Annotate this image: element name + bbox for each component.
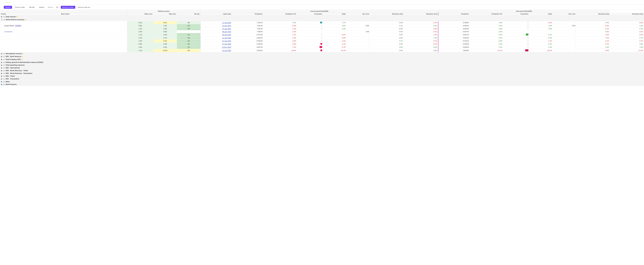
date-link[interactable]: 07 Jan 2025 xyxy=(222,43,231,45)
hit-rate: 1/1 xyxy=(177,33,200,37)
prediction-yoy-current: -2.1% xyxy=(263,33,297,37)
prediction-current: 7 261 M xyxy=(232,21,264,24)
revisions-1w-current: 0.0% xyxy=(370,37,404,40)
prediction-next: 6 649 M xyxy=(438,46,470,49)
prediction-next: 6 907 M xyxy=(438,33,470,37)
prediction-next: 4 803 M xyxy=(438,49,470,52)
revisions-1w-current: 0.1% xyxy=(370,40,404,43)
col-max-error: Max error xyxy=(153,13,177,15)
col-revisions-1w-current: Revisions (1w) xyxy=(370,13,404,15)
est-error-next: - xyxy=(553,40,576,43)
conviction-next xyxy=(503,37,529,40)
section-sss-na-ticket[interactable]: ▶ ◎ SSS - North Americas - Ticket xyxy=(0,69,644,72)
prediction-next: 6 626 M xyxy=(438,27,470,30)
nav-kpi-analyzer[interactable]: ▾ xyxy=(5,2,6,3)
section-toggle-icon[interactable]: ▶ xyxy=(1,75,2,77)
est-error-next: - xyxy=(553,49,576,52)
max-error: 5.0% xyxy=(153,30,177,33)
col-group-model-accuracy: Model accuracy xyxy=(127,10,200,13)
section-sss-north-america[interactable]: ▶ ◎ SSS - North America ★ xyxy=(0,55,644,58)
date-link[interactable]: 13 Jan 2025 xyxy=(222,25,231,27)
date-link[interactable]: 11 Jan 2025 xyxy=(222,22,231,24)
conviction-next xyxy=(503,43,529,46)
delta-next: 6.1% xyxy=(529,33,553,37)
section-total-operating[interactable]: ▶ ◎ Total operating expenses xyxy=(0,64,644,67)
section-toggle-icon[interactable]: ▼ xyxy=(1,19,2,21)
section-toggle-icon[interactable]: ▶ xyxy=(1,56,2,57)
col-prediction-current: : Prediction xyxy=(232,13,264,15)
date-link[interactable]: 10 Jan 2025 xyxy=(222,50,231,51)
section-sss-na-transaction[interactable]: ▶ ◎ SSS - North Americas - Transaction xyxy=(0,72,644,75)
delta-current: -15.4% xyxy=(323,49,346,52)
col-delta-next: Delta xyxy=(529,13,553,15)
vendor-cell-blurred: BLURRED8 xyxy=(0,43,60,46)
vendor-cell-consensus[interactable]: Consensus xyxy=(0,30,60,33)
date-link[interactable]: 08 Jan 2025 xyxy=(222,31,231,33)
metrics-all[interactable]: All xyxy=(55,6,60,9)
prediction-yoy-current: 2.0% xyxy=(263,21,297,24)
est-error-next: - xyxy=(553,27,576,30)
section-sss-transaction[interactable]: ▶ ◎ SSS - Transaction xyxy=(0,78,644,80)
est-error-current: - xyxy=(346,21,370,24)
vendor-cell: Exabel Model EXABEL xyxy=(0,24,60,27)
revisions-1m-current: -0.4% xyxy=(404,27,438,30)
section-toggle-icon[interactable]: ▶ xyxy=(1,67,2,69)
date-link[interactable]: 07 Jan 2025 xyxy=(222,40,231,42)
section-sales[interactable]: ▶ ◎ Sales xyxy=(0,80,644,83)
section-label: Total operating expenses xyxy=(6,64,25,66)
conviction-next xyxy=(503,33,529,37)
section-toggle-icon[interactable]: ▶ xyxy=(1,53,2,54)
date-link[interactable]: 09 Jan 2025 xyxy=(222,34,231,36)
section-total-revenue[interactable]: ▶ ◎ Total revenue ★ xyxy=(0,15,644,18)
section-toggle-icon[interactable]: ▶ xyxy=(1,64,2,66)
revisions-1w-next: -8.3% xyxy=(576,49,610,52)
conviction-current xyxy=(297,33,323,37)
section-sga[interactable]: ▶ ◎ Selling, general & administrative ex… xyxy=(0,61,644,64)
date-link[interactable]: 31 Dec 2024 xyxy=(222,46,231,48)
kpi-heatmap-table: Model accuracy Current period (1Q-2025) … xyxy=(0,10,644,86)
date-link[interactable]: 07 Jan 2025 xyxy=(222,28,231,30)
section-international-revenue[interactable]: ▶ ◎ International revenue ★ xyxy=(0,52,644,55)
mean-error: 1.1% xyxy=(127,27,154,30)
delta-next: 0.3% xyxy=(529,43,553,46)
est-error-current: - xyxy=(346,37,370,40)
section-toggle-icon[interactable]: ▶ xyxy=(1,84,2,85)
section-toggle-icon[interactable]: ▶ xyxy=(1,78,2,80)
tab-period-to-date[interactable]: Period to date xyxy=(13,6,26,9)
vendor-cell-blurred: BLURRED6 xyxy=(0,37,60,40)
col-delta-current: Delta xyxy=(323,13,346,15)
date-link[interactable]: 11 Jan 2025 xyxy=(222,37,231,39)
section-north-america-revenues[interactable]: ▼ ◎ North America revenues ★ xyxy=(0,18,644,21)
section-north-america[interactable]: ▶ ◎ North America xyxy=(0,83,644,86)
section-toggle-icon[interactable]: ▶ xyxy=(1,73,2,74)
mean-error: 1.9% xyxy=(127,30,154,33)
section-total-company-sss[interactable]: ▶ ◎ Total Company SSS ★ xyxy=(0,58,644,61)
delta-current: -0.5% xyxy=(323,33,346,37)
conviction-current xyxy=(297,24,323,27)
max-error: 6.6% xyxy=(153,21,177,24)
section-sss-ticket[interactable]: ▶ ◎ SSS - Ticket xyxy=(0,75,644,78)
conviction-current xyxy=(297,21,323,24)
delta-next: 1.8% xyxy=(529,27,553,30)
prediction-yoy-current: -2.4% xyxy=(263,37,297,40)
section-sss-international[interactable]: ▶ ◎ SSS - International xyxy=(0,67,644,69)
mean-error: 1.1% xyxy=(127,33,154,37)
revisions-1w-next: -5.8% xyxy=(576,24,610,27)
metrics-best-per-dataset[interactable]: Best per data set xyxy=(76,6,92,9)
est-error-next: - xyxy=(553,30,576,33)
section-toggle-icon[interactable]: ▶ xyxy=(1,70,2,71)
section-toggle-icon[interactable]: ▶ xyxy=(1,81,2,82)
metrics-best-per-vendor[interactable]: Best per vendor xyxy=(61,6,75,9)
est-error-next: - xyxy=(553,21,576,24)
latest-data: 11 Jan 2025 xyxy=(200,21,232,24)
revisions-1m-next: 0.8% xyxy=(610,43,644,46)
metric-cell-blurred: BLURRED_METRIC9 xyxy=(60,46,127,49)
section-toggle-icon[interactable]: ▶ xyxy=(1,59,2,60)
tab-weekly[interactable]: Weekly xyxy=(38,6,46,9)
section-toggle-icon[interactable]: ▶ xyxy=(1,16,2,18)
nav-heatmap[interactable]: ▾ xyxy=(9,2,10,3)
tab-models[interactable]: Models xyxy=(4,6,12,9)
section-label: Sales xyxy=(6,81,10,82)
tab-monthly[interactable]: Monthly xyxy=(28,6,36,9)
section-toggle-icon[interactable]: ▶ xyxy=(1,62,2,63)
